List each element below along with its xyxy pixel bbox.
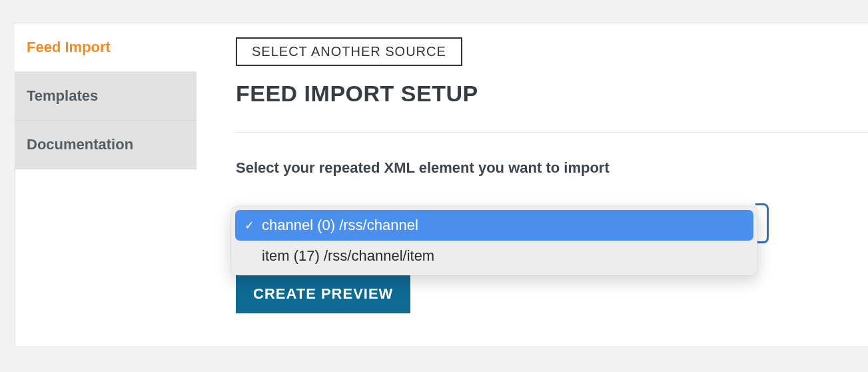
dropdown-option-channel[interactable]: ✓ channel (0) /rss/channel <box>235 210 753 241</box>
dropdown-option-item[interactable]: ✓ item (17) /rss/channel/item <box>235 241 753 271</box>
tab-feed-import[interactable]: Feed Import <box>15 23 197 72</box>
select-field-edge <box>755 203 769 243</box>
button-label: SELECT ANOTHER SOURCE <box>252 44 446 59</box>
tab-label: Templates <box>27 87 98 105</box>
page-title: FEED IMPORT SETUP <box>236 81 868 107</box>
check-icon: ✓ <box>243 218 255 233</box>
sidebar: Feed Import Templates Documentation <box>15 23 197 169</box>
tab-documentation[interactable]: Documentation <box>15 121 197 169</box>
create-preview-button[interactable]: CREATE PREVIEW <box>236 275 410 313</box>
tab-label: Documentation <box>27 136 133 153</box>
button-label: CREATE PREVIEW <box>253 285 393 302</box>
instruction-text: Select your repeated XML element you wan… <box>236 159 868 177</box>
dropdown-menu: ✓ channel (0) /rss/channel ✓ item (17) /… <box>231 206 757 275</box>
page-root: Feed Import Templates Documentation SELE… <box>0 7 868 372</box>
select-another-source-button[interactable]: SELECT ANOTHER SOURCE <box>236 37 462 66</box>
tab-label: Feed Import <box>27 39 111 56</box>
option-label: item (17) /rss/channel/item <box>262 247 434 265</box>
tab-templates[interactable]: Templates <box>15 72 197 121</box>
main-content: SELECT ANOTHER SOURCE FEED IMPORT SETUP … <box>236 37 868 203</box>
divider <box>236 132 868 133</box>
option-label: channel (0) /rss/channel <box>262 217 418 234</box>
